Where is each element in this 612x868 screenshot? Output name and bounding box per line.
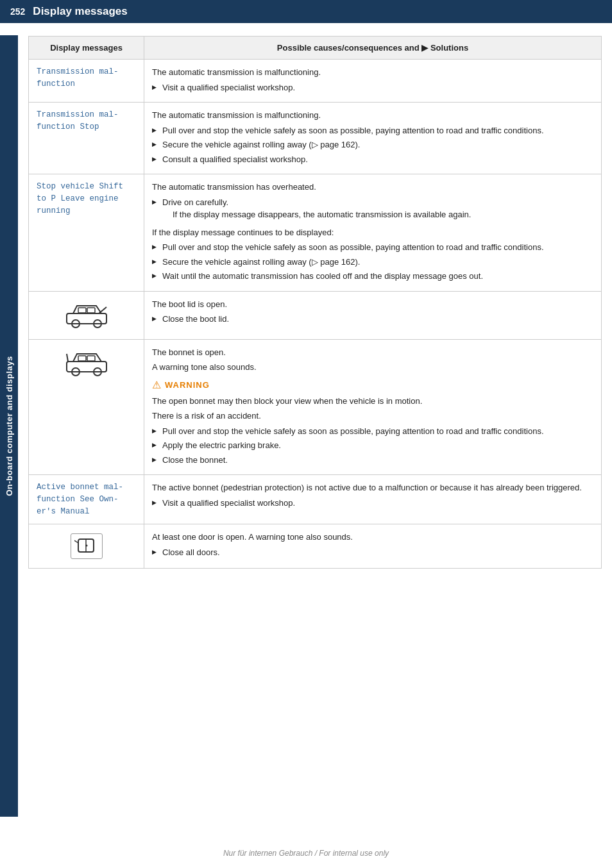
display-msg-cell	[29, 339, 144, 475]
svg-rect-4	[87, 308, 95, 313]
display-msg-cell	[29, 291, 144, 339]
door-open-icon	[74, 537, 99, 556]
display-message-text: Stop vehicle Shiftto P Leave enginerunni…	[37, 182, 123, 215]
sidebar-label: On-board computer and displays	[4, 356, 14, 496]
car-bonnet-icon	[64, 349, 109, 378]
door-open-icon-cell	[37, 531, 136, 562]
footer-text: Nur für internen Gebrauch / For internal…	[223, 849, 389, 858]
warning-box: ⚠ WARNING	[152, 379, 593, 391]
cause-text: The automatic transmission is malfunctio…	[152, 66, 593, 79]
list-item: Close the bonnet.	[152, 454, 593, 467]
page-footer: Nur für internen Gebrauch / For internal…	[0, 849, 612, 858]
table-row: Active bonnet mal-function See Own-er's …	[29, 475, 602, 524]
list-item: Pull over and stop the vehicle safely as…	[152, 124, 593, 137]
display-message-text: Transmission mal-function	[37, 67, 119, 88]
cause-text: There is a risk of an accident.	[152, 410, 593, 422]
display-msg-cell	[29, 524, 144, 569]
cause-text: If the display message continues to be d…	[152, 226, 593, 239]
bullet-list: Pull over and stop the vehicle safely as…	[152, 425, 593, 467]
sidebar-label-container: On-board computer and displays	[0, 35, 18, 817]
list-item: Secure the vehicle against rolling away …	[152, 138, 593, 151]
table-header-row: Display messages Possible causes/consequ…	[29, 37, 602, 60]
list-item: Wait until the automatic transmission ha…	[152, 270, 593, 283]
list-item: Visit a qualified specialist workshop.	[152, 81, 593, 94]
cause-text: The automatic transmission is malfunctio…	[152, 109, 593, 122]
list-item: Visit a qualified specialist workshop.	[152, 497, 593, 510]
display-msg-cell: Transmission mal-function Stop	[29, 103, 144, 174]
bullet-list: Pull over and stop the vehicle safely as…	[152, 241, 593, 283]
list-item: Apply the electric parking brake.	[152, 439, 593, 452]
svg-rect-9	[87, 356, 95, 361]
bullet-list: Visit a qualified specialist workshop.	[152, 497, 593, 510]
display-msg-cell: Stop vehicle Shiftto P Leave enginerunni…	[29, 174, 144, 292]
table-row: The boot lid is open. Close the boot lid…	[29, 291, 602, 339]
display-msg-cell: Active bonnet mal-function See Own-er's …	[29, 475, 144, 524]
bullet-list: Drive on carefully.If the display messag…	[152, 196, 593, 221]
cause-text: The automatic transmission has overheate…	[152, 181, 593, 194]
bullet-list: Close the boot lid.	[152, 313, 593, 326]
table-row: At least one door is open. A warning ton…	[29, 524, 602, 569]
table-row: The bonnet is open. A warning tone also …	[29, 339, 602, 475]
causes-cell: The automatic transmission is malfunctio…	[144, 60, 602, 103]
main-table: Display messages Possible causes/consequ…	[28, 36, 602, 569]
causes-cell: The automatic transmission is malfunctio…	[144, 103, 602, 174]
list-item: Consult a qualified specialist workshop.	[152, 153, 593, 166]
bullet-list: Pull over and stop the vehicle safely as…	[152, 124, 593, 166]
cause-text: The bonnet is open.	[152, 346, 593, 359]
causes-cell: The bonnet is open. A warning tone also …	[144, 339, 602, 475]
warning-label: WARNING	[165, 380, 210, 390]
causes-cell: The boot lid is open. Close the boot lid…	[144, 291, 602, 339]
svg-rect-3	[78, 308, 86, 313]
display-message-text: Transmission mal-function Stop	[37, 110, 119, 131]
page-number: 252	[10, 6, 25, 17]
cause-text: At least one door is open. A warning ton…	[152, 531, 593, 544]
bullet-list: Close all doors.	[152, 546, 593, 559]
car-boot-icon-cell	[37, 298, 136, 333]
svg-rect-8	[78, 356, 86, 361]
list-item: Close the boot lid.	[152, 313, 593, 326]
list-item: Drive on carefully.If the display messag…	[152, 196, 593, 221]
list-item: Pull over and stop the vehicle safely as…	[152, 241, 593, 254]
cause-text: The open bonnet may then block your view…	[152, 395, 593, 408]
display-message-text: Active bonnet mal-function See Own-er's …	[37, 483, 123, 516]
cause-text: The boot lid is open.	[152, 298, 593, 311]
cause-text: The active bonnet (pedestrian protection…	[152, 481, 593, 494]
table-row: Transmission mal-function Stop The autom…	[29, 103, 602, 174]
car-bonnet-icon-cell	[37, 346, 136, 381]
causes-cell: The active bonnet (pedestrian protection…	[144, 475, 602, 524]
col-header-display: Display messages	[29, 37, 144, 60]
table-row: Transmission mal-function The automatic …	[29, 60, 602, 103]
display-msg-cell: Transmission mal-function	[29, 60, 144, 103]
car-boot-icon	[64, 301, 109, 330]
door-icon-wrapper	[71, 533, 103, 559]
svg-point-12	[85, 545, 87, 547]
causes-cell: At least one door is open. A warning ton…	[144, 524, 602, 569]
indented-text: If the display message disappears, the a…	[173, 210, 471, 219]
list-item: Pull over and stop the vehicle safely as…	[152, 425, 593, 438]
list-item: Secure the vehicle against rolling away …	[152, 256, 593, 269]
table-row: Stop vehicle Shiftto P Leave enginerunni…	[29, 174, 602, 292]
causes-cell: The automatic transmission has overheate…	[144, 174, 602, 292]
page-title: Display messages	[33, 5, 127, 18]
main-content: Display messages Possible causes/consequ…	[18, 23, 612, 581]
list-item: Close all doors.	[152, 546, 593, 559]
page-header: 252 Display messages	[0, 0, 612, 23]
bullet-list: Visit a qualified specialist workshop.	[152, 81, 593, 94]
warning-triangle-icon: ⚠	[152, 379, 161, 391]
cause-text: A warning tone also sounds.	[152, 361, 593, 374]
col-header-causes: Possible causes/consequences and ▶ Solut…	[144, 37, 602, 60]
